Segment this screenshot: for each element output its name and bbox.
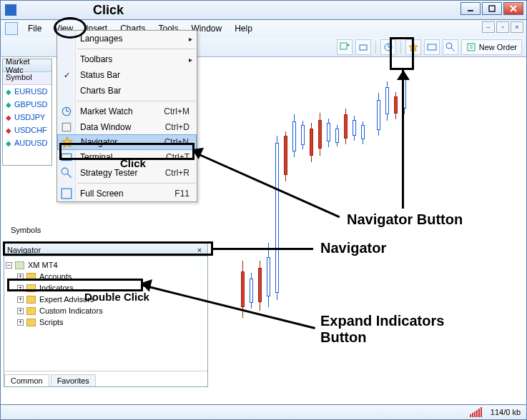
symbol-label: USDJPY bbox=[14, 113, 45, 121]
svg-point-13 bbox=[446, 43, 452, 49]
expand-icon[interactable]: + bbox=[17, 308, 24, 314]
connection-bars-icon bbox=[470, 407, 482, 417]
symbol-label: EURUSD bbox=[14, 87, 47, 96]
shortcut-label: Ctrl+R bbox=[165, 168, 189, 178]
toolbar-tester-button[interactable] bbox=[443, 39, 458, 55]
annotation-text: Click bbox=[93, 3, 124, 18]
tree-item-label: Accounts bbox=[39, 272, 72, 281]
tree-item-accounts[interactable]: + Accounts bbox=[6, 271, 206, 282]
submenu-arrow-icon: ▸ bbox=[189, 56, 192, 64]
arrow-up-icon: ◆ bbox=[6, 101, 11, 109]
tree-item-label: Custom Indicators bbox=[39, 306, 103, 315]
mdi-restore-button[interactable]: ▫ bbox=[496, 21, 509, 33]
svg-marker-22 bbox=[62, 137, 72, 147]
star-folder-icon bbox=[61, 136, 73, 148]
menu-item-full-screen[interactable]: Full ScreenF11 bbox=[57, 186, 197, 201]
market-watch-row[interactable]: ◆USDCHF bbox=[3, 124, 51, 136]
annotation-text: Navigator Button bbox=[347, 211, 463, 228]
market-watch-row[interactable]: ◆AUDUSD bbox=[3, 136, 51, 149]
market-watch-row[interactable]: ◆GBPUSD bbox=[3, 98, 51, 111]
annotation-arrowhead bbox=[397, 70, 410, 80]
menubar-app-icon bbox=[5, 22, 18, 35]
toolbar-navigator-button[interactable] bbox=[405, 39, 421, 55]
window-close-button[interactable] bbox=[503, 2, 523, 15]
svg-rect-7 bbox=[360, 45, 367, 50]
status-speed-label: 114/0 kb bbox=[491, 408, 521, 416]
symbol-label: AUDUSD bbox=[14, 139, 47, 147]
menu-item-status-bar[interactable]: ✓Status Bar bbox=[57, 67, 197, 83]
arrow-up-icon: ◆ bbox=[6, 139, 11, 147]
folder-icon bbox=[26, 296, 36, 304]
toolbar-new-order-button[interactable]: New Order bbox=[461, 39, 522, 55]
tree-root[interactable]: − XM MT4 bbox=[6, 259, 206, 271]
menu-item-languages[interactable]: Languages▸ bbox=[57, 31, 197, 46]
shortcut-label: F11 bbox=[174, 189, 189, 199]
menu-item-label: Navigator bbox=[81, 137, 117, 147]
window-minimize-button[interactable] bbox=[460, 2, 481, 15]
expand-icon[interactable]: − bbox=[6, 262, 12, 269]
svg-marker-11 bbox=[409, 43, 418, 51]
view-dropdown-menu: Languages▸ Toolbars▸ ✓Status Bar Charts … bbox=[56, 30, 197, 202]
svg-rect-12 bbox=[428, 44, 436, 50]
menu-item-label: Full Screen bbox=[80, 189, 124, 199]
toolbar-market-watch-button[interactable] bbox=[380, 39, 396, 55]
market-watch-row[interactable]: ◆EURUSD bbox=[3, 85, 51, 98]
annotation-text: Navigator bbox=[320, 240, 386, 256]
status-bar: 114/0 kb bbox=[0, 404, 527, 420]
expand-icon[interactable]: + bbox=[17, 296, 24, 303]
annotation-text: Expand Indicators Button bbox=[320, 313, 444, 346]
search-icon bbox=[61, 167, 72, 179]
svg-rect-4 bbox=[340, 43, 347, 49]
market-watch-row[interactable]: ◆USDJPY bbox=[3, 111, 51, 124]
menu-item-data-window[interactable]: Data WindowCtrl+D bbox=[57, 119, 197, 135]
menu-item-navigator[interactable]: NavigatorCtrl+N bbox=[57, 134, 197, 150]
expand-icon[interactable]: + bbox=[17, 274, 24, 280]
symbol-label: USDCHF bbox=[14, 126, 47, 134]
menu-help[interactable]: Help bbox=[229, 22, 258, 35]
svg-line-25 bbox=[67, 174, 72, 178]
symbols-tab[interactable]: Symbols bbox=[6, 223, 45, 237]
tree-item-scripts[interactable]: + Scripts bbox=[6, 316, 206, 328]
market-watch-title: Market Watc bbox=[6, 57, 49, 74]
market-watch-column-symbol[interactable]: Symbol bbox=[3, 72, 51, 85]
shortcut-label: Ctrl+T bbox=[166, 152, 189, 162]
menu-file[interactable]: File bbox=[22, 22, 47, 35]
terminal-icon bbox=[61, 151, 72, 163]
expand-icon[interactable]: + bbox=[17, 285, 24, 291]
arrow-up-icon: ◆ bbox=[6, 88, 11, 96]
folder-icon bbox=[26, 307, 36, 315]
toolbar-profiles-button[interactable] bbox=[355, 39, 371, 55]
folder-icon bbox=[15, 261, 24, 269]
annotation-text: Click bbox=[120, 157, 146, 169]
navigator-tree: − XM MT4 + Accounts + Indicators + bbox=[4, 256, 207, 371]
svg-rect-15 bbox=[468, 44, 475, 51]
annotation-line bbox=[213, 248, 313, 250]
navigator-tab-favorites[interactable]: Favorites bbox=[51, 374, 96, 386]
tree-root-label: XM MT4 bbox=[28, 261, 58, 269]
toolbar-new-chart-button[interactable] bbox=[337, 39, 353, 55]
menu-item-market-watch[interactable]: Market WatchCtrl+M bbox=[57, 104, 197, 119]
navigator-close-button[interactable]: × bbox=[194, 245, 205, 255]
fullscreen-icon bbox=[61, 188, 72, 199]
check-icon: ✓ bbox=[61, 69, 72, 81]
svg-rect-21 bbox=[62, 123, 70, 131]
toolbar-terminal-button[interactable] bbox=[424, 39, 440, 55]
mdi-minimize-button[interactable]: – bbox=[482, 21, 495, 33]
menu-item-label: Data Window bbox=[80, 122, 131, 132]
expand-icon[interactable]: + bbox=[17, 319, 24, 326]
window-icon bbox=[61, 121, 72, 133]
navigator-tab-common[interactable]: Common bbox=[4, 374, 49, 386]
tree-item-label: Scripts bbox=[39, 318, 64, 326]
chart-canvas[interactable] bbox=[212, 57, 526, 404]
menu-item-charts-bar[interactable]: Charts Bar bbox=[57, 83, 197, 99]
svg-rect-26 bbox=[61, 189, 72, 199]
clock-icon bbox=[61, 106, 72, 117]
menu-item-label: Languages bbox=[80, 34, 122, 44]
menu-item-label: Toolbars bbox=[80, 54, 112, 64]
menu-item-toolbars[interactable]: Toolbars▸ bbox=[57, 51, 197, 67]
tree-item-custom-indicators[interactable]: + Custom Indicators bbox=[6, 305, 206, 316]
window-maximize-button[interactable] bbox=[482, 2, 502, 15]
shortcut-label: Ctrl+N bbox=[164, 137, 189, 147]
menu-item-label: Terminal bbox=[80, 152, 112, 162]
mdi-close-button[interactable]: × bbox=[511, 21, 523, 33]
